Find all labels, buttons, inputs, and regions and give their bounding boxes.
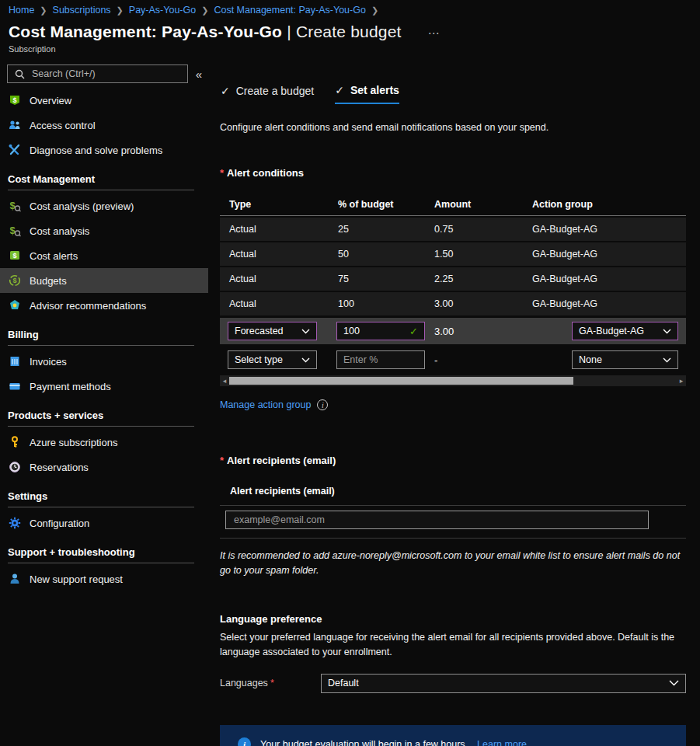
percent-of-budget-input[interactable] [343, 326, 409, 336]
svg-text:$: $ [12, 96, 16, 104]
alert-recipients-title: *Alert recipients (email) [220, 455, 686, 466]
languages-dropdown[interactable]: Default [321, 674, 686, 693]
cost-analysis-icon: $ [8, 225, 21, 238]
svg-text:$: $ [9, 200, 16, 211]
table-row[interactable]: Actual 25 0.75 GA-Budget-AG [220, 218, 686, 241]
col-header-percent: % of budget [329, 199, 425, 210]
type-dropdown[interactable]: Forecasted [228, 322, 317, 340]
cost-analysis-icon: $ [8, 200, 21, 213]
divider [8, 426, 194, 427]
sidebar-item-invoices[interactable]: Invoices [0, 349, 208, 374]
sidebar-item-overview[interactable]: $ Overview [0, 88, 208, 113]
sidebar-item-cost-analysis-preview[interactable]: $ Cost analysis (preview) [0, 193, 208, 218]
dropdown-value: None [579, 354, 602, 365]
alert-conditions-title: *Alert conditions [220, 167, 686, 179]
divider [8, 507, 194, 507]
cell-type: Actual [220, 274, 329, 284]
sidebar-search[interactable] [7, 64, 188, 83]
dropdown-placeholder: Select type [235, 354, 283, 365]
page-subtitle: Subscription [9, 44, 691, 54]
collapse-sidebar-button[interactable]: « [196, 68, 202, 81]
search-input[interactable] [32, 68, 182, 79]
table-edit-row: Forecasted ✓ 3.00 GA-Budget-AG [220, 318, 686, 344]
required-marker: * [270, 678, 274, 688]
page-header: Home❯ Subscriptions❯ Pay-As-You-Go❯ Cost… [0, 0, 700, 54]
svg-text:$: $ [12, 277, 16, 284]
people-icon [8, 119, 21, 132]
sidebar-item-access-control[interactable]: Access control [0, 113, 208, 138]
table-row[interactable]: Actual 75 2.25 GA-Budget-AG [220, 267, 686, 291]
breadcrumb-separator: ❯ [371, 5, 378, 16]
cell-type: Actual [220, 249, 329, 260]
sidebar-group-settings: Settings [0, 479, 208, 507]
sidebar-item-diagnose[interactable]: Diagnose and solve problems [0, 138, 208, 162]
enter-percent-input[interactable] [343, 354, 418, 365]
cell-amount: 2.25 [425, 274, 523, 284]
sidebar-item-label: Configuration [30, 518, 89, 529]
search-icon [13, 68, 26, 81]
divider [8, 190, 194, 190]
scrollbar-thumb[interactable] [229, 377, 573, 385]
none-action-group-dropdown[interactable]: None [572, 350, 678, 369]
cell-amount: - [425, 354, 523, 366]
table-header-row: Type % of budget Amount Action group [220, 196, 686, 216]
col-header-amount: Amount [425, 199, 523, 210]
sidebar-item-new-support-request[interactable]: New support request [0, 566, 208, 591]
breadcrumb-home[interactable]: Home [9, 5, 34, 16]
budgets-icon: $ [8, 274, 21, 288]
horizontal-scrollbar[interactable]: ◂ ▸ [220, 375, 686, 386]
sidebar-group-billing: Billing [0, 318, 208, 345]
cell-action-group: GA-Budget-AG [523, 298, 686, 309]
cell-action-group: GA-Budget-AG [523, 274, 686, 284]
info-icon[interactable]: i [317, 399, 328, 410]
sidebar-item-configuration[interactable]: Configuration [0, 511, 208, 535]
cost-alerts-icon: $ [8, 249, 21, 263]
learn-more-link[interactable]: Learn more [477, 739, 527, 746]
wizard-tabs: ✓ Create a budget ✓ Set alerts [221, 84, 686, 104]
table-row[interactable]: Actual 50 1.50 GA-Budget-AG [220, 242, 686, 266]
clock-icon [8, 461, 21, 474]
breadcrumb-payg[interactable]: Pay-As-You-Go [129, 5, 196, 16]
breadcrumb-cost-management[interactable]: Cost Management: Pay-As-You-Go [214, 5, 365, 16]
manage-action-group-link[interactable]: Manage action group [220, 399, 311, 410]
sidebar-item-label: Reservations [30, 462, 89, 473]
language-preference-title: Language preference [220, 613, 686, 625]
tools-icon [8, 144, 21, 157]
intro-text: Configure alert conditions and send emai… [220, 122, 686, 133]
scroll-left-icon[interactable]: ◂ [220, 375, 229, 386]
languages-label: Languages* [220, 678, 321, 688]
required-marker: * [220, 167, 224, 179]
svg-text:$: $ [12, 252, 16, 260]
sidebar-item-cost-alerts[interactable]: $ Cost alerts [0, 243, 208, 268]
sidebar-item-reservations[interactable]: Reservations [0, 455, 208, 479]
sidebar-item-label: Cost analysis (preview) [30, 200, 134, 212]
sidebar-item-budgets[interactable]: $ Budgets [0, 268, 208, 293]
scroll-right-icon[interactable]: ▸ [677, 375, 686, 386]
alert-conditions-table: Type % of budget Amount Action group Act… [220, 196, 686, 386]
sidebar-item-payment-methods[interactable]: Payment methods [0, 374, 208, 399]
action-group-dropdown[interactable]: GA-Budget-AG [572, 322, 678, 340]
payment-card-icon [8, 380, 21, 393]
sidebar-item-label: Access control [30, 120, 96, 131]
select-type-dropdown[interactable]: Select type [228, 350, 317, 369]
sidebar-item-azure-subscriptions[interactable]: Azure subscriptions [0, 430, 208, 455]
sidebar-item-advisor-recommendations[interactable]: Advisor recommendations [0, 293, 208, 318]
sidebar-item-label: Payment methods [30, 381, 111, 392]
breadcrumb-separator: ❯ [201, 5, 208, 16]
more-options-button[interactable]: ⋯ [428, 26, 441, 40]
sidebar-item-label: Invoices [30, 356, 67, 368]
sidebar-group-cost-management: Cost Management [0, 162, 208, 190]
chevron-down-icon [663, 326, 671, 336]
language-description: Select your preferred language for recei… [220, 630, 682, 661]
info-icon: i [238, 737, 251, 746]
dropdown-value: GA-Budget-AG [579, 326, 644, 336]
sidebar-item-cost-analysis[interactable]: $ Cost analysis [0, 218, 208, 243]
alert-recipients-email-input[interactable] [234, 514, 640, 525]
breadcrumb-subscriptions[interactable]: Subscriptions [53, 5, 111, 16]
tab-create-a-budget[interactable]: ✓ Create a budget [221, 84, 314, 104]
breadcrumb-separator: ❯ [40, 5, 47, 16]
table-row[interactable]: Actual 100 3.00 GA-Budget-AG [220, 292, 686, 315]
tab-set-alerts[interactable]: ✓ Set alerts [335, 84, 399, 104]
cell-amount: 3.00 [425, 298, 523, 309]
sidebar-item-label: Advisor recommendations [30, 300, 146, 312]
